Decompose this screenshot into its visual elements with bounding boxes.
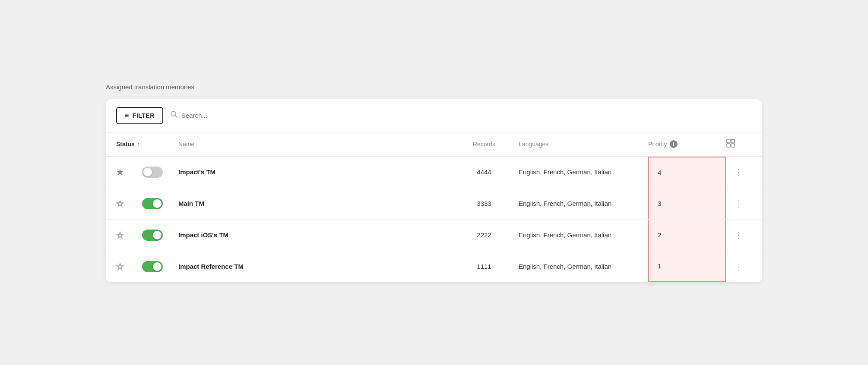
star-cell[interactable]: ☆ bbox=[116, 261, 142, 272]
name-cell: Impact's TM bbox=[177, 168, 450, 176]
records-cell: 4444 bbox=[450, 168, 519, 176]
languages-cell: English, French, German, Italian bbox=[519, 200, 648, 207]
table-body: ★ Impact's TM 4444 English, French, Germ… bbox=[106, 157, 762, 282]
records-cell: 2222 bbox=[450, 231, 519, 239]
col-header-languages: Languages bbox=[519, 141, 648, 148]
priority-cell: 3 bbox=[648, 188, 726, 219]
main-card: ≡ FILTER Status ↑ Name Records bbox=[106, 99, 762, 282]
search-wrapper bbox=[170, 110, 752, 120]
search-icon bbox=[170, 110, 178, 120]
toggle-cell[interactable] bbox=[142, 261, 177, 272]
svg-rect-4 bbox=[727, 144, 730, 147]
records-cell: 3333 bbox=[450, 200, 519, 207]
svg-rect-2 bbox=[727, 139, 730, 143]
toolbar: ≡ FILTER bbox=[106, 99, 762, 132]
languages-cell: English, French, German, Italian bbox=[519, 168, 648, 176]
more-menu-icon[interactable]: ⋮ bbox=[726, 198, 752, 209]
toggle-cell[interactable] bbox=[142, 230, 177, 241]
col-header-grid[interactable] bbox=[726, 138, 752, 150]
filter-icon: ≡ bbox=[125, 112, 129, 120]
svg-line-1 bbox=[175, 116, 177, 118]
priority-cell: 4 bbox=[648, 157, 726, 188]
svg-rect-3 bbox=[731, 139, 735, 143]
records-cell: 1111 bbox=[450, 263, 519, 270]
priority-cell: 1 bbox=[648, 251, 726, 282]
star-cell[interactable]: ☆ bbox=[116, 230, 142, 240]
sort-arrow-icon[interactable]: ↑ bbox=[137, 141, 140, 147]
page-title: Assigned translation memories bbox=[106, 83, 762, 91]
toggle-cell[interactable] bbox=[142, 198, 177, 209]
languages-cell: English, French, German, Italian bbox=[519, 263, 648, 270]
table-row: ☆ Impact iOS's TM 2222 English, French, … bbox=[106, 220, 762, 251]
more-menu-icon[interactable]: ⋮ bbox=[726, 230, 752, 240]
toggle-cell[interactable] bbox=[142, 167, 177, 178]
table-row: ☆ Main TM 3333 English, French, German, … bbox=[106, 188, 762, 220]
priority-info-icon[interactable]: i bbox=[670, 140, 678, 148]
priority-cell: 2 bbox=[648, 220, 726, 251]
filter-button[interactable]: ≡ FILTER bbox=[116, 107, 163, 124]
more-menu-icon[interactable]: ⋮ bbox=[726, 167, 752, 177]
star-cell[interactable]: ☆ bbox=[116, 198, 142, 209]
more-menu-icon[interactable]: ⋮ bbox=[726, 261, 752, 272]
svg-rect-5 bbox=[731, 144, 735, 147]
table-header: Status ↑ Name Records Languages Priority… bbox=[106, 132, 762, 157]
col-header-status: Status ↑ bbox=[116, 141, 142, 148]
name-cell: Impact iOS's TM bbox=[177, 231, 450, 239]
star-cell[interactable]: ★ bbox=[116, 167, 142, 177]
col-header-priority: Priority i bbox=[648, 140, 726, 148]
name-cell: Impact Reference TM bbox=[177, 263, 450, 270]
col-header-name: Name bbox=[177, 141, 450, 148]
languages-cell: English, French, German, Italian bbox=[519, 231, 648, 239]
table-row: ☆ Impact Reference TM 1111 English, Fren… bbox=[106, 251, 762, 282]
search-input[interactable] bbox=[181, 112, 752, 119]
name-cell: Main TM bbox=[177, 200, 450, 207]
filter-label: FILTER bbox=[133, 112, 155, 119]
table-row: ★ Impact's TM 4444 English, French, Germ… bbox=[106, 157, 762, 188]
col-header-records: Records bbox=[450, 141, 519, 148]
